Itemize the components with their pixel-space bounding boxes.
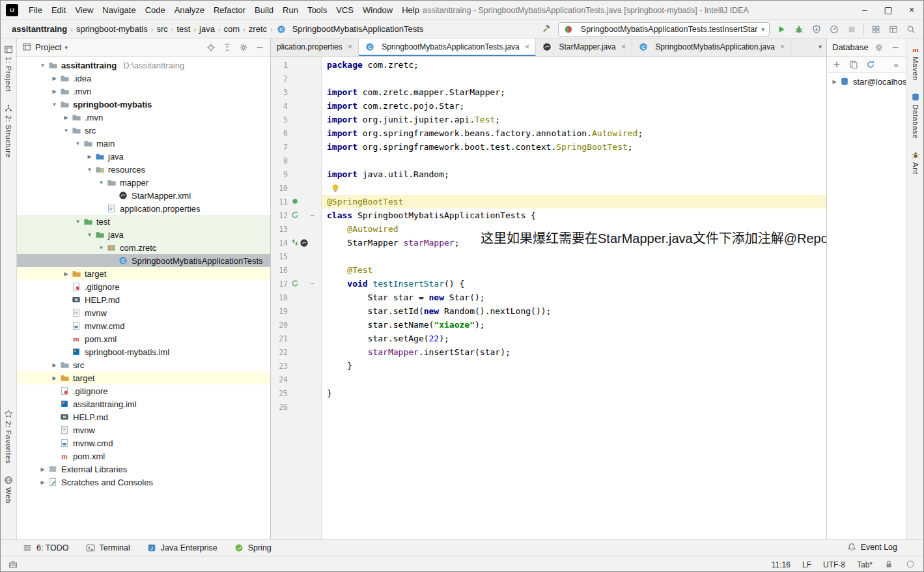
tool-button-spring[interactable]: Spring [234, 543, 272, 553]
tree-item-pom-xml[interactable]: mpom.xml [17, 450, 270, 463]
tree-item-idea[interactable]: ▶.idea [17, 72, 270, 85]
tool-stripe-2-structure[interactable]: 2: Structure [4, 104, 13, 158]
tree-item-mvn[interactable]: ▶.mvn [17, 85, 270, 98]
coverage-button[interactable] [811, 23, 822, 35]
chevron-right-icon[interactable]: ▶ [49, 362, 59, 368]
chevron-down-icon[interactable]: ▼ [96, 245, 106, 251]
menu-navigate[interactable]: Navigate [98, 1, 140, 19]
tree-item-springbootmybatisapplicationtests[interactable]: CSpringbootMybatisApplicationTests [17, 254, 270, 267]
menu-view[interactable]: View [70, 1, 98, 19]
menu-refactor[interactable]: Refactor [209, 1, 250, 19]
tree-item-target[interactable]: ▶target [17, 371, 270, 384]
editor-tab-springbootmybatisapplication-java[interactable]: CSpringbootMybatisApplication.java× [632, 38, 791, 57]
grid-icon[interactable] [870, 23, 882, 35]
tree-item-springboot-mybatis[interactable]: ▼springboot-mybatis [17, 98, 270, 111]
tree-item-mvnw-cmd[interactable]: mvnw.cmd [17, 436, 270, 450]
chevron-right-icon[interactable]: ▶ [38, 479, 48, 485]
close-tab-icon[interactable]: × [621, 42, 626, 51]
more-actions-icon[interactable]: » [891, 59, 901, 70]
locate-file-button[interactable] [206, 42, 216, 53]
tree-item-mvnw-cmd[interactable]: mvnw.cmd [17, 319, 270, 332]
chevron-down-icon[interactable]: ▼ [96, 180, 106, 186]
tree-item-starmapper-xml[interactable]: StarMapper.xml [17, 189, 270, 202]
notifications-icon[interactable] [906, 560, 916, 569]
chevron-down-icon[interactable]: ▼ [85, 232, 94, 238]
fold-marker[interactable]: − [309, 280, 316, 287]
editor-tab-starmapper-java[interactable]: StarMapper.java× [536, 38, 632, 57]
menu-edit[interactable]: Edit [47, 1, 70, 19]
crumb-src[interactable]: src [154, 23, 169, 35]
duplicate-datasource-button[interactable] [848, 59, 859, 70]
code-editor[interactable]: 这里如果爆红需要在StarMapper.java文件下添加注解@Reposito… [322, 57, 826, 539]
chevron-down-icon[interactable]: ▼ [73, 219, 83, 225]
chevron-right-icon[interactable]: ▶ [49, 76, 59, 81]
search-everywhere-icon[interactable] [905, 23, 917, 35]
tree-item-src[interactable]: ▼src [17, 124, 270, 137]
crumb-springboot-mybatis[interactable]: springboot-mybatis [74, 23, 150, 35]
event-log-button[interactable]: Event Log [847, 543, 897, 552]
mybatis-gutter-icon[interactable] [300, 238, 309, 248]
chevron-right-icon[interactable]: ▶ [85, 154, 94, 160]
tree-item-test[interactable]: ▼test [17, 215, 270, 228]
tool-button-6-todo[interactable]: 6: TODO [23, 543, 69, 553]
toolwindow-toggle-icon[interactable] [8, 560, 18, 569]
menu-window[interactable]: Window [358, 1, 397, 19]
tree-item-springboot-mybatis-iml[interactable]: springboot-mybatis.iml [17, 345, 270, 358]
tree-item-com-zretc[interactable]: ▼com.zretc [17, 241, 270, 254]
tool-stripe-database[interactable]: Database [911, 93, 920, 139]
crumb-assitanttraing[interactable]: assitanttraing [10, 23, 69, 35]
tree-item-mvn[interactable]: ▶.mvn [17, 111, 270, 124]
tree-item-mvnw[interactable]: mvnw [17, 423, 270, 436]
chevron-right-icon[interactable]: ▶ [61, 271, 71, 277]
settings-gear-icon[interactable] [238, 42, 249, 53]
intention-bulb-icon[interactable] [331, 184, 341, 193]
tree-item-resources[interactable]: ▼resources [17, 163, 270, 176]
database-hide-button[interactable] [890, 42, 901, 53]
tree-item-scratches-and-consoles[interactable]: ▶Scratches and Consoles [17, 476, 270, 489]
build-hammer-icon[interactable] [540, 23, 552, 35]
menu-help[interactable]: Help [397, 1, 424, 19]
close-tab-icon[interactable]: × [525, 42, 530, 51]
stop-button[interactable] [846, 23, 858, 35]
crumb-java[interactable]: java [197, 23, 217, 35]
tree-item-main[interactable]: ▼main [17, 137, 270, 150]
run-configuration-select[interactable]: SpringbootMybatisApplicationTests.testIn… [558, 22, 770, 36]
tool-button-java-enterprise[interactable]: JJava Enterprise [147, 543, 217, 553]
chevron-down-icon[interactable]: ▼ [61, 128, 71, 134]
tree-item-gitignore[interactable]: .gitignore [17, 384, 270, 397]
project-panel-title[interactable]: Project [35, 42, 61, 52]
run-button[interactable] [776, 23, 787, 35]
debug-button[interactable] [793, 23, 805, 35]
tool-stripe-maven[interactable]: mMaven [911, 45, 920, 81]
readonly-lock-icon[interactable] [884, 560, 894, 569]
tree-item-help-md[interactable]: MHELP.md [17, 293, 270, 306]
db-item-star-localhos[interactable]: ▶star@localhos [827, 75, 906, 88]
close-tab-icon[interactable]: × [348, 42, 353, 51]
menu-vcs[interactable]: VCS [331, 1, 358, 19]
chevron-right-icon[interactable]: ▶ [61, 115, 71, 121]
minimize-button[interactable]: – [853, 1, 876, 20]
tree-item-java[interactable]: ▶java [17, 150, 270, 163]
maximize-button[interactable]: ▢ [876, 1, 900, 20]
file-encoding[interactable]: UTF-8 [823, 560, 845, 569]
run-cycle-gutter-icon[interactable] [291, 211, 300, 220]
add-datasource-button[interactable] [832, 59, 842, 70]
tree-item-target[interactable]: ▶target [17, 267, 270, 280]
run-dot-gutter-icon[interactable] [291, 197, 300, 207]
profiler-button[interactable] [828, 23, 840, 35]
tool-stripe-2-favorites[interactable]: 2: Favorites [4, 409, 13, 464]
chevron-down-icon[interactable]: ▼ [85, 167, 94, 173]
chevron-right-icon[interactable]: ▶ [49, 89, 59, 94]
tree-item-mapper[interactable]: ▼mapper [17, 176, 270, 189]
editor-tab-springbootmybatisapplicationtests-java[interactable]: CSpringbootMybatisApplicationTests.java× [359, 38, 536, 57]
menu-analyze[interactable]: Analyze [170, 1, 209, 19]
line-separator[interactable]: LF [802, 560, 811, 569]
project-view-dropdown-icon[interactable]: ▾ [64, 44, 68, 51]
crumb-zretc[interactable]: zretc [247, 23, 269, 35]
fold-marker[interactable]: − [309, 212, 316, 219]
chevron-right-icon[interactable]: ▶ [49, 375, 59, 381]
database-settings-gear-icon[interactable] [874, 42, 884, 53]
tool-stripe-web[interactable]: Web [4, 476, 13, 504]
tree-item-mvnw[interactable]: mvnw [17, 306, 270, 319]
chevron-right-icon[interactable]: ▶ [830, 79, 839, 85]
